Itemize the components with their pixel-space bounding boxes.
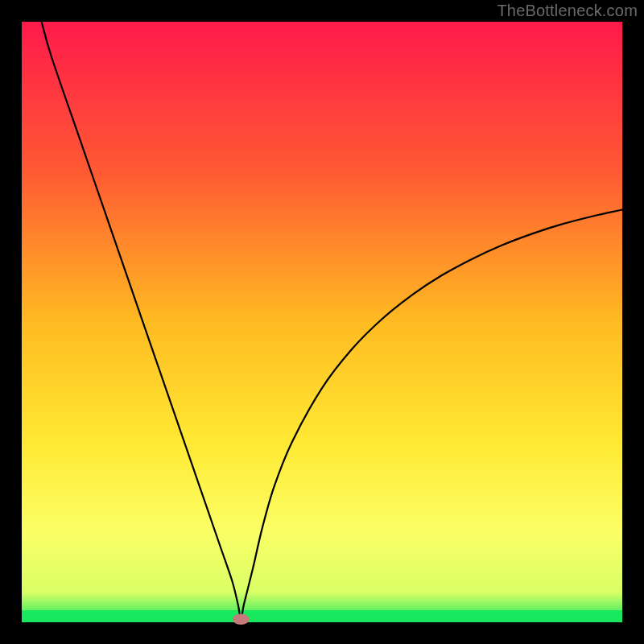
watermark-label: TheBottleneck.com <box>497 2 638 20</box>
chart-stage: TheBottleneck.com <box>0 0 644 644</box>
plot-background <box>22 22 622 622</box>
bottom-band <box>22 610 622 622</box>
bottleneck-chart <box>0 0 644 644</box>
minimum-marker <box>233 614 250 625</box>
plot-area <box>22 22 622 625</box>
